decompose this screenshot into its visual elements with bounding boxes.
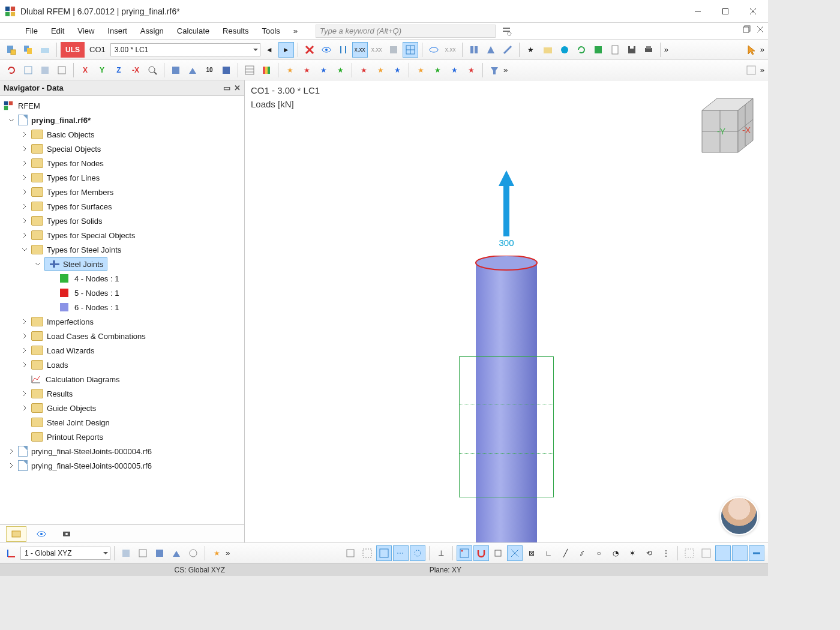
nav-cube[interactable]: -Y -X (684, 86, 762, 164)
tool-star1-button[interactable]: ★ (523, 42, 539, 58)
load-combo-selector[interactable]: 3.00 * LC1 (110, 43, 260, 56)
analysis-type-badge[interactable]: ULS (61, 42, 85, 58)
tree-item[interactable]: Steel Joint Design (1, 415, 243, 430)
tree-item[interactable]: Imperfections (1, 314, 243, 329)
toolbar-overflow-1[interactable]: » (664, 45, 668, 54)
tree-steel-joint-item[interactable]: 5 - Nodes : 1 (1, 286, 243, 300)
chevron-right-icon[interactable] (19, 316, 30, 327)
bb-btn-2[interactable] (135, 545, 151, 561)
tool-struct-button[interactable] (466, 42, 482, 58)
tb2-star-f[interactable]: ★ (373, 62, 388, 78)
tb2-star-i[interactable]: ★ (430, 62, 445, 78)
tb2-star-g[interactable]: ★ (389, 62, 405, 78)
navigator-tree[interactable]: RFEM prying_final.rf6* Basic Objects Spe… (0, 96, 244, 524)
bb-btn-5[interactable] (185, 545, 201, 561)
tb2-star-k[interactable]: ★ (463, 62, 479, 78)
open-model-button[interactable] (37, 42, 53, 58)
tb2-star-b[interactable]: ★ (299, 62, 314, 78)
tool-grid-button[interactable] (403, 42, 418, 58)
tree-item[interactable]: Guide Objects (1, 401, 243, 415)
chevron-right-icon[interactable] (19, 201, 30, 212)
chevron-right-icon[interactable] (19, 388, 30, 399)
minimize-button[interactable] (684, 0, 712, 23)
bb-snap-div[interactable]: ⋮ (658, 545, 674, 561)
tb2-section-button[interactable] (218, 62, 234, 78)
tb2-number-button[interactable]: 10 (202, 62, 217, 78)
chevron-right-icon[interactable] (19, 331, 30, 341)
nav-tab-data[interactable] (6, 526, 26, 542)
tree-item[interactable]: Special Objects (1, 142, 243, 156)
chevron-right-icon[interactable] (19, 143, 30, 154)
toolbar-overflow-1b[interactable]: » (760, 45, 764, 54)
bb-snap-magnet[interactable] (473, 545, 489, 561)
menu-insert[interactable]: Insert (101, 24, 133, 38)
tree-item[interactable]: Load Cases & Combinations (1, 329, 243, 343)
bb-snap-parallel[interactable]: ⫽ (574, 545, 590, 561)
tree-steel-joints-group[interactable]: Types for Steel Joints (1, 242, 243, 257)
bb-snap-cross[interactable] (507, 545, 523, 561)
bb-opt-5[interactable] (749, 545, 764, 561)
bb-btn-3[interactable] (152, 545, 167, 561)
tool-member-button[interactable] (500, 42, 515, 58)
chevron-right-icon[interactable] (19, 230, 30, 241)
tree-item[interactable]: Basic Objects (1, 127, 243, 142)
tb2-render2-button[interactable] (185, 62, 200, 78)
chevron-right-icon[interactable] (19, 403, 30, 413)
tree-calc-diagrams[interactable]: Calculation Diagrams (1, 372, 243, 386)
tree-steel-joints[interactable]: Steel Joints (1, 257, 243, 271)
bb-snap-x2[interactable]: ⊠ (524, 545, 539, 561)
bb-btn-6[interactable]: ★ (209, 545, 224, 561)
tree-root[interactable]: RFEM (1, 98, 243, 113)
bb-snap-grid[interactable] (457, 545, 472, 561)
tool-sheet-button[interactable] (607, 42, 623, 58)
bb-snap-perp[interactable]: ⊥ (433, 545, 449, 561)
chevron-right-icon[interactable] (19, 158, 30, 169)
menu-assign[interactable]: Assign (134, 24, 170, 38)
menu-tools[interactable]: Tools (256, 24, 286, 38)
tool-cloud-button[interactable] (557, 42, 572, 58)
assistant-avatar[interactable] (720, 497, 758, 535)
tool-save-button[interactable] (624, 42, 640, 58)
tool-delete-button[interactable] (302, 42, 317, 58)
tb2-contour-button[interactable] (259, 62, 274, 78)
tb2-cube2-button[interactable] (37, 62, 53, 78)
bb-snap-3[interactable] (376, 545, 392, 561)
tb2-axis-x-button[interactable]: X (77, 62, 93, 78)
toolbar-overflow-2b[interactable]: » (760, 65, 764, 74)
tree-item[interactable]: Load Wizards (1, 343, 243, 358)
tool-val3-button[interactable]: x.xx (443, 42, 458, 58)
tb2-axis-z-button[interactable]: Z (111, 62, 127, 78)
tool-load-arrows-button[interactable] (335, 42, 351, 58)
bb-snap-line[interactable]: ╱ (557, 545, 573, 561)
tb2-star-e[interactable]: ★ (356, 62, 371, 78)
bb-opt-4[interactable] (732, 545, 748, 561)
tool-folder-button[interactable] (540, 42, 556, 58)
bb-opt-3[interactable] (715, 545, 731, 561)
tb2-filter-button[interactable] (487, 62, 502, 78)
bb-snap-1[interactable] (343, 545, 358, 561)
bb-snap-tangent[interactable]: ◔ (608, 545, 623, 561)
nav-tab-display[interactable] (31, 526, 52, 542)
bb-btn-1[interactable] (118, 545, 134, 561)
tb2-cube1-button[interactable] (20, 62, 36, 78)
maximize-button[interactable] (712, 0, 739, 23)
toolbar-overflow-2[interactable]: » (503, 65, 508, 74)
tool-refresh-button[interactable] (574, 42, 589, 58)
tool-support-button[interactable] (483, 42, 499, 58)
chevron-right-icon[interactable] (19, 345, 30, 356)
chevron-down-icon[interactable] (19, 244, 30, 255)
tree-item[interactable]: Types for Nodes (1, 156, 243, 170)
next-load-button[interactable]: ► (278, 42, 294, 58)
tool-print-button[interactable] (641, 42, 656, 58)
menu-overflow[interactable]: » (287, 24, 304, 38)
tree-submodel[interactable]: prying_final-SteelJoints-000004.rf6 (1, 444, 243, 458)
menu-edit[interactable]: Edit (45, 24, 70, 38)
tool-cursor-button[interactable] (743, 42, 759, 58)
bb-snap-ext[interactable]: ⟲ (641, 545, 657, 561)
menu-calculate[interactable]: Calculate (171, 24, 215, 38)
bb-snap-4[interactable] (393, 545, 409, 561)
tool-visibility-button[interactable] (319, 42, 334, 58)
tree-item[interactable]: Types for Special Objects (1, 228, 243, 242)
tool-load-value2-button[interactable]: x.xx (369, 42, 385, 58)
copy-model-button[interactable] (20, 42, 36, 58)
